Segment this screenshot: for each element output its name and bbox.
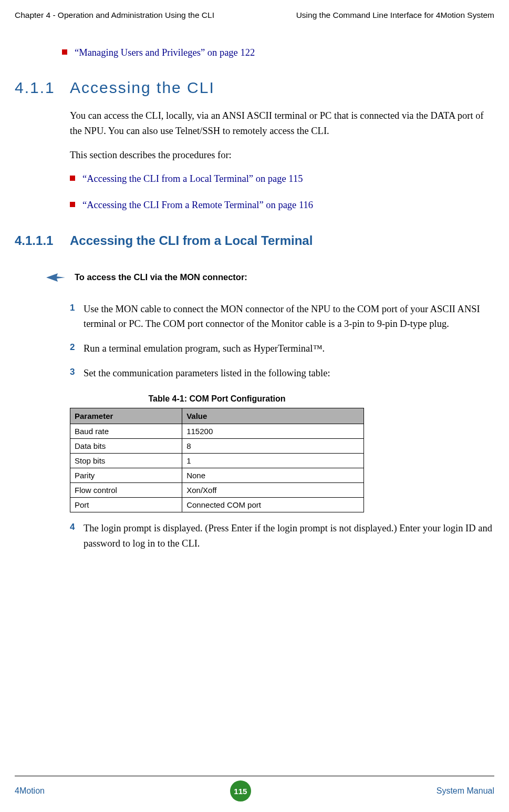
subsection-number: 4.1.1.1 [15, 233, 70, 248]
subsection-heading: 4.1.1.1 Accessing the CLI from a Local T… [15, 233, 494, 248]
step-text: The login prompt is displayed. (Press En… [84, 521, 494, 551]
bullet-item: “Accessing the CLI from a Local Terminal… [70, 172, 494, 186]
square-bullet-icon [70, 202, 75, 207]
footer-line: 4Motion 115 System Manual [15, 776, 494, 801]
com-port-table: Parameter Value Baud rate115200 Data bit… [70, 408, 364, 512]
step-text: Set the communication parameters listed … [84, 366, 330, 381]
step-item: 1 Use the MON cable to connect the MON c… [70, 302, 494, 332]
page-number: 115 [234, 787, 247, 796]
step-number: 3 [70, 366, 84, 381]
table-cell: Connected COM port [182, 498, 364, 512]
table-cell: Port [70, 498, 182, 512]
table-cell: Xon/Xoff [182, 483, 364, 498]
cross-reference-link[interactable]: “Accessing the CLI from a Local Terminal… [82, 172, 303, 186]
table-caption: Table 4-1: COM Port Configuration [70, 394, 364, 404]
svg-marker-0 [46, 273, 65, 282]
step-number: 1 [70, 302, 84, 332]
section-number: 4.1.1 [15, 79, 70, 97]
table-header-cell: Parameter [70, 408, 182, 424]
section-heading: 4.1.1 Accessing the CLI [15, 79, 494, 97]
cross-reference-link[interactable]: “Managing Users and Privileges” on page … [75, 46, 255, 60]
header-right: Using the Command Line Interface for 4Mo… [296, 11, 494, 20]
body-paragraph: You can access the CLI, locally, via an … [70, 108, 494, 138]
table-cell: None [182, 468, 364, 483]
table-cell: Data bits [70, 439, 182, 454]
subsection-title: Accessing the CLI from a Local Terminal [70, 233, 313, 248]
table-header-cell: Value [182, 408, 364, 424]
page-content: “Managing Users and Privileges” on page … [0, 20, 509, 551]
step-number: 2 [70, 341, 84, 356]
footer-left: 4Motion [15, 786, 45, 796]
footer-right: System Manual [437, 786, 494, 796]
table-cell: Stop bits [70, 454, 182, 468]
page-footer: 4Motion 115 System Manual [0, 776, 509, 801]
procedure-callout: To access the CLI via the MON connector: [46, 272, 494, 283]
step-text: Use the MON cable to connect the MON con… [84, 302, 494, 332]
page-number-badge: 115 [230, 780, 251, 801]
table-row: PortConnected COM port [70, 498, 364, 512]
callout-text: To access the CLI via the MON connector: [75, 272, 247, 282]
table-cell: 115200 [182, 424, 364, 439]
step-number: 4 [70, 521, 84, 551]
step-item: 3 Set the communication parameters liste… [70, 366, 494, 381]
table-header-row: Parameter Value [70, 408, 364, 424]
table-cell: Flow control [70, 483, 182, 498]
arrow-icon [46, 272, 65, 283]
table-cell: 1 [182, 454, 364, 468]
bullet-item: “Accessing the CLI From a Remote Termina… [70, 199, 494, 212]
header-left: Chapter 4 - Operation and Administration… [15, 11, 214, 20]
table-cell: 8 [182, 439, 364, 454]
table-cell: Baud rate [70, 424, 182, 439]
top-bullet-item: “Managing Users and Privileges” on page … [62, 46, 494, 60]
table-row: Stop bits1 [70, 454, 364, 468]
table-row: Baud rate115200 [70, 424, 364, 439]
body-paragraph: This section describes the procedures fo… [70, 148, 494, 163]
square-bullet-icon [70, 176, 75, 181]
table-row: Flow controlXon/Xoff [70, 483, 364, 498]
step-text: Run a terminal emulation program, such a… [84, 341, 325, 356]
step-item: 4 The login prompt is displayed. (Press … [70, 521, 494, 551]
cross-reference-link[interactable]: “Accessing the CLI From a Remote Termina… [82, 199, 313, 212]
square-bullet-icon [62, 49, 67, 55]
table-cell: Parity [70, 468, 182, 483]
table-row: ParityNone [70, 468, 364, 483]
step-item: 2 Run a terminal emulation program, such… [70, 341, 494, 356]
section-title: Accessing the CLI [70, 79, 215, 97]
page-header: Chapter 4 - Operation and Administration… [0, 0, 509, 20]
table-row: Data bits8 [70, 439, 364, 454]
